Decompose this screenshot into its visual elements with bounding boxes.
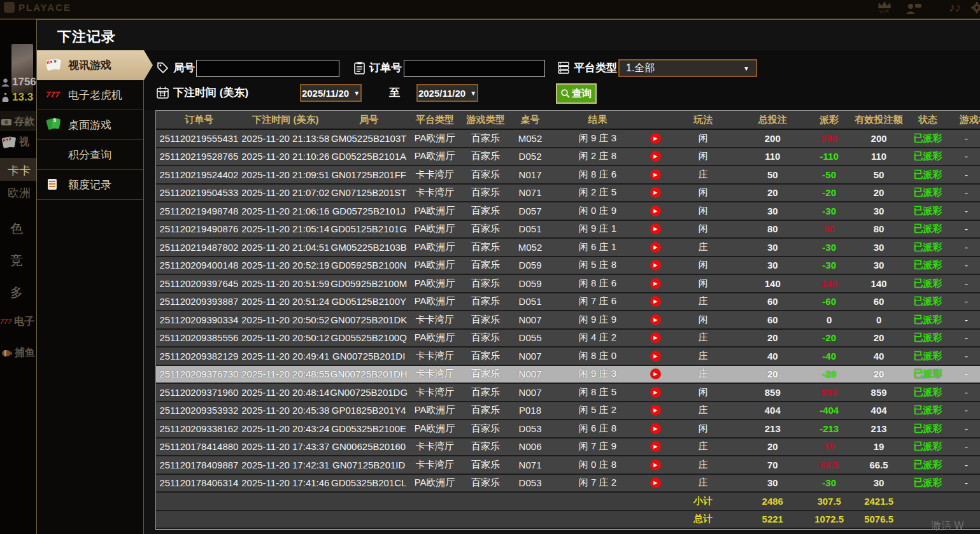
subtotal-row-round-id bbox=[329, 493, 409, 510]
table-row[interactable]: 2511202093767302025-11-20 20:48:55GN0072… bbox=[156, 366, 980, 384]
table-row[interactable]: 2511202093821292025-11-20 20:49:41GN0072… bbox=[156, 348, 980, 366]
cell-valid-bet: 110 bbox=[854, 148, 904, 165]
settings-gear-icon[interactable] bbox=[970, 2, 980, 13]
table-row[interactable]: 2511202194878022025-11-20 21:04:51GM0522… bbox=[156, 239, 980, 257]
order-input[interactable] bbox=[404, 60, 545, 77]
vip-crown-icon[interactable]: VIP bbox=[874, 1, 895, 15]
cell-valid-bet: 404 bbox=[854, 402, 904, 419]
table-row[interactable]: 2511201784148802025-11-20 17:43:37GN0062… bbox=[156, 439, 980, 457]
playace-logo: PLAYACE bbox=[4, 2, 71, 13]
cell-payout: 80 bbox=[804, 221, 854, 238]
cell-extra: - bbox=[952, 239, 980, 256]
cell-bet-time: 2025-11-20 20:50:12 bbox=[242, 330, 329, 347]
replay-play-button[interactable]: ▶ bbox=[650, 206, 661, 216]
query-button[interactable]: 查询 bbox=[556, 83, 597, 104]
table-row[interactable]: 2511202195045332025-11-20 21:07:02GN0712… bbox=[156, 185, 980, 203]
cell-extra: - bbox=[952, 293, 980, 311]
table-row[interactable]: 2511202093719602025-11-20 20:48:14GN0072… bbox=[156, 384, 980, 402]
cell-payout: -30 bbox=[804, 257, 854, 274]
replay-play-button[interactable]: ▶ bbox=[650, 187, 661, 198]
round-input[interactable] bbox=[196, 60, 339, 77]
replay-play-button[interactable]: ▶ bbox=[650, 351, 661, 362]
total-row-order-id bbox=[156, 511, 242, 528]
cell-bet-time: 2025-11-20 21:10:26 bbox=[242, 148, 329, 165]
music-icon[interactable]: ♪♪ bbox=[948, 1, 963, 15]
sidebar-item-1[interactable]: 777电子老虎机 bbox=[37, 80, 143, 110]
replay-play-button[interactable]: ▶ bbox=[650, 278, 661, 289]
replay-play-button[interactable]: ▶ bbox=[650, 441, 661, 452]
table-row[interactable]: 2511202194908762025-11-20 21:05:14GD0512… bbox=[156, 221, 980, 239]
replay-play-button[interactable]: ▶ bbox=[650, 460, 661, 470]
cell-payout: 859 bbox=[804, 384, 854, 401]
cell-order-id: 251120219504533 bbox=[156, 185, 242, 202]
cell-extra: - bbox=[952, 475, 980, 492]
table-row[interactable]: 2511202093903342025-11-20 20:50:52GN0072… bbox=[156, 311, 980, 330]
replay-play-button[interactable]: ▶ bbox=[650, 369, 661, 379]
deposit-button[interactable]: 存款 bbox=[1, 115, 34, 129]
cell-extra: - bbox=[952, 330, 980, 347]
replay-play-button[interactable]: ▶ bbox=[650, 133, 661, 144]
replay-play-button[interactable]: ▶ bbox=[650, 477, 661, 488]
cell-game-type: 百家乐 bbox=[461, 420, 511, 437]
cell-order-id: 251120209393887 bbox=[156, 293, 242, 311]
replay-play-button[interactable]: ▶ bbox=[650, 423, 661, 434]
table-row[interactable]: 2511202195244022025-11-20 21:09:51GN0172… bbox=[156, 166, 980, 185]
sidebar-item-2[interactable]: $桌面游戏 bbox=[37, 110, 143, 140]
vip-label: VIP bbox=[874, 9, 895, 15]
replay-play-button[interactable]: ▶ bbox=[650, 296, 661, 307]
cell-table-no: N006 bbox=[511, 439, 550, 456]
cell-order-id: 251120219490876 bbox=[156, 221, 242, 238]
order-filter-label: 订单号 bbox=[369, 60, 402, 75]
cell-valid-bet: 20 bbox=[854, 185, 904, 202]
cell-payout: -30 bbox=[804, 239, 854, 256]
cell-replay: ▶ bbox=[645, 293, 665, 311]
cell-result: 闲 5 庄 8 bbox=[550, 257, 646, 274]
table-row[interactable]: 2511202195287652025-11-20 21:10:26GD0522… bbox=[156, 148, 980, 167]
table-row[interactable]: 2511202195554312025-11-20 21:13:58GM0522… bbox=[156, 130, 980, 148]
cell-extra: - bbox=[952, 366, 980, 383]
cell-replay: ▶ bbox=[645, 456, 665, 474]
table-row[interactable]: 2511202093539322025-11-20 20:45:38GP0182… bbox=[156, 402, 980, 421]
replay-play-button[interactable]: ▶ bbox=[650, 332, 661, 343]
replay-play-button[interactable]: ▶ bbox=[650, 314, 661, 325]
cell-status: 已派彩 bbox=[904, 439, 952, 456]
replay-play-button[interactable]: ▶ bbox=[650, 169, 661, 180]
subtotal-row-replay bbox=[645, 493, 665, 510]
cell-play-side: 闲 bbox=[665, 185, 741, 202]
table-row[interactable]: 2511202194987482025-11-20 21:06:16GD0572… bbox=[156, 202, 980, 221]
table-row[interactable]: 2511201784098872025-11-20 17:42:31GN0712… bbox=[156, 456, 980, 475]
cell-replay: ▶ bbox=[645, 185, 665, 202]
points-diamond-icon bbox=[46, 148, 62, 162]
platform-select[interactable]: 1.全部 ▼ bbox=[618, 59, 757, 77]
replay-play-button[interactable]: ▶ bbox=[650, 242, 661, 253]
cell-bet-time: 2025-11-20 20:48:55 bbox=[242, 366, 329, 383]
cell-valid-bet: 80 bbox=[854, 221, 904, 238]
replay-play-button[interactable]: ▶ bbox=[650, 223, 661, 234]
table-row[interactable]: 2511202093855562025-11-20 20:50:12GD0552… bbox=[156, 330, 980, 348]
cell-valid-bet: 20 bbox=[854, 366, 904, 383]
table-row[interactable]: 2511202093381622025-11-20 20:43:24GD0532… bbox=[156, 420, 980, 439]
sidebar-item-0[interactable]: K♥9视讯游戏 bbox=[37, 50, 153, 80]
replay-play-button[interactable]: ▶ bbox=[650, 405, 661, 416]
customer-service-icon[interactable] bbox=[904, 3, 923, 14]
date-from-select[interactable]: 2025/11/20 ▼ bbox=[300, 84, 362, 102]
cell-bet-time: 2025-11-20 21:09:51 bbox=[242, 166, 329, 183]
cell-platform: 卡卡湾厅 bbox=[409, 439, 461, 456]
table-row[interactable]: 2511202093938872025-11-20 20:51:24GD0512… bbox=[156, 293, 980, 312]
sidebar-item-4[interactable]: 额度记录 bbox=[37, 170, 143, 200]
date-to-select[interactable]: 2025/11/20 ▼ bbox=[416, 84, 478, 102]
bet-records-table: 订单号下注时间 (美东)局号平台类型游戏类型桌号结果玩法总投注派彩有效投注额状态… bbox=[155, 110, 980, 530]
table-row[interactable]: 2511201784063142025-11-20 17:41:46GD0532… bbox=[156, 475, 980, 493]
cell-round-id: GN00725B201DK bbox=[329, 311, 409, 328]
replay-play-button[interactable]: ▶ bbox=[650, 151, 661, 162]
replay-play-button[interactable]: ▶ bbox=[650, 387, 661, 398]
table-row[interactable]: 2511202093976452025-11-20 20:51:59GD0592… bbox=[156, 275, 980, 293]
table-row[interactable]: 2511202094001482025-11-20 20:52:19GD0592… bbox=[156, 257, 980, 276]
sidebar-item-3[interactable]: 积分查询 bbox=[37, 140, 143, 170]
cell-platform: PA欧洲厅 bbox=[409, 148, 461, 165]
replay-play-button[interactable]: ▶ bbox=[650, 260, 661, 271]
cell-table-no: M052 bbox=[511, 130, 550, 147]
date-to-value: 2025/11/20 bbox=[418, 88, 465, 99]
cell-round-id: GP01825B201Y4 bbox=[329, 402, 409, 419]
cell-status: 已派彩 bbox=[904, 311, 952, 328]
